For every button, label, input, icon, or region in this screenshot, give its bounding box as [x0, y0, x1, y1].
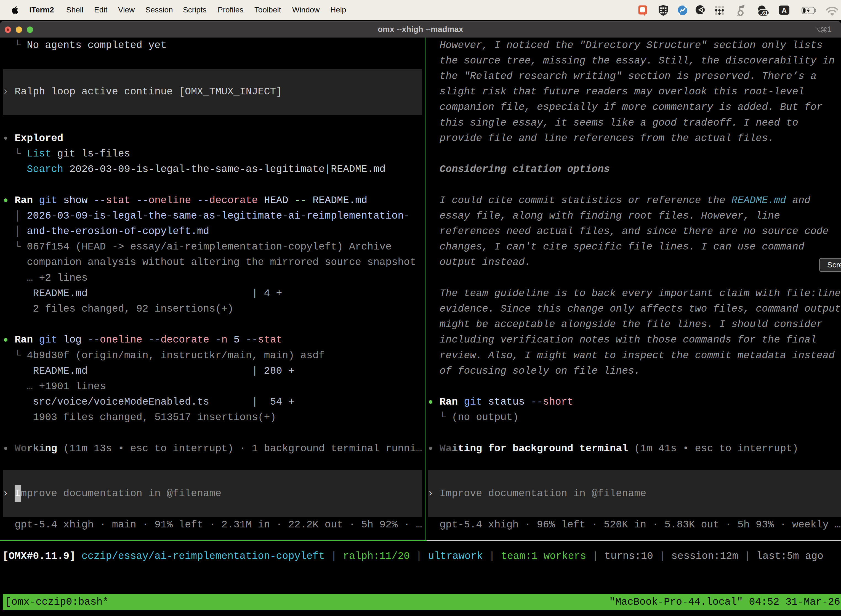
svg-text:A: A [782, 6, 787, 14]
svg-text:..61: ..61 [759, 10, 768, 16]
